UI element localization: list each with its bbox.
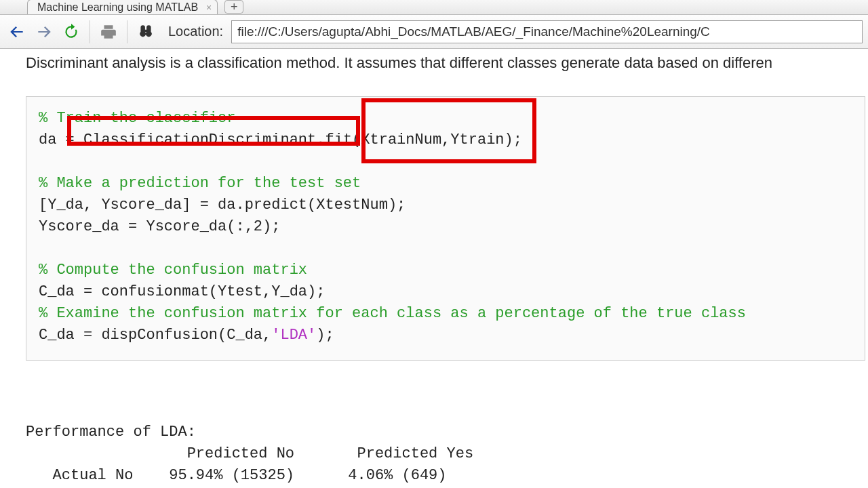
page-content: Discriminant analysis is a classificatio… bbox=[0, 49, 868, 488]
code-text: (XtrainNum,Ytrain) bbox=[352, 131, 513, 148]
code-comment: % Compute the confusion matrix bbox=[39, 262, 307, 279]
reload-icon bbox=[62, 23, 80, 41]
code-comment: % Train the classifier bbox=[39, 110, 235, 127]
output-row: Actual No 95.94% (15325) 4.06% (649) bbox=[26, 467, 447, 484]
output-block: Performance of LDA: Predicted No Predict… bbox=[26, 400, 868, 488]
arrow-right-icon bbox=[35, 23, 53, 41]
code-text: ); bbox=[316, 327, 334, 344]
back-button[interactable] bbox=[5, 20, 28, 43]
browser-tab[interactable]: Machine Learning using MATLAB × bbox=[27, 0, 218, 14]
code-text: ; bbox=[513, 131, 522, 148]
reload-button[interactable] bbox=[60, 20, 83, 43]
print-button[interactable] bbox=[97, 20, 120, 43]
new-tab-button[interactable]: + bbox=[224, 0, 243, 14]
location-input[interactable] bbox=[231, 20, 863, 43]
output-title: Performance of LDA: bbox=[26, 424, 196, 441]
code-string: 'LDA' bbox=[271, 327, 316, 344]
code-text: [Y_da, Yscore_da] = da.predict(XtestNum)… bbox=[39, 197, 406, 214]
arrow-left-icon bbox=[8, 23, 26, 41]
intro-text: Discriminant analysis is a classificatio… bbox=[26, 54, 868, 72]
plus-icon: + bbox=[231, 0, 238, 14]
code-text: Yscore_da = Yscore_da(:,2); bbox=[39, 218, 280, 235]
binoculars-icon bbox=[137, 23, 155, 41]
location-label: Location: bbox=[168, 24, 223, 39]
close-icon[interactable]: × bbox=[206, 2, 212, 13]
find-button[interactable] bbox=[134, 20, 157, 43]
toolbar: Location: bbox=[0, 15, 868, 49]
code-text: da = bbox=[39, 131, 83, 148]
code-comment: % Make a prediction for the test set bbox=[39, 175, 361, 192]
forward-button[interactable] bbox=[33, 20, 56, 43]
code-text: ClassificationDiscriminant.fit bbox=[83, 131, 352, 148]
code-text: C_da = confusionmat(Ytest,Y_da); bbox=[39, 283, 325, 300]
separator bbox=[90, 20, 90, 43]
print-icon bbox=[100, 23, 117, 41]
output-header: Predicted No Predicted Yes bbox=[26, 445, 473, 462]
tab-title: Machine Learning using MATLAB bbox=[37, 1, 198, 14]
tab-bar: Machine Learning using MATLAB × + bbox=[0, 0, 868, 15]
code-comment: % Examine the confusion matrix for each … bbox=[39, 305, 746, 322]
code-text: C_da = dispConfusion(C_da, bbox=[39, 327, 271, 344]
code-block: % Train the classifier da = Classificati… bbox=[26, 96, 865, 361]
separator bbox=[127, 20, 127, 43]
